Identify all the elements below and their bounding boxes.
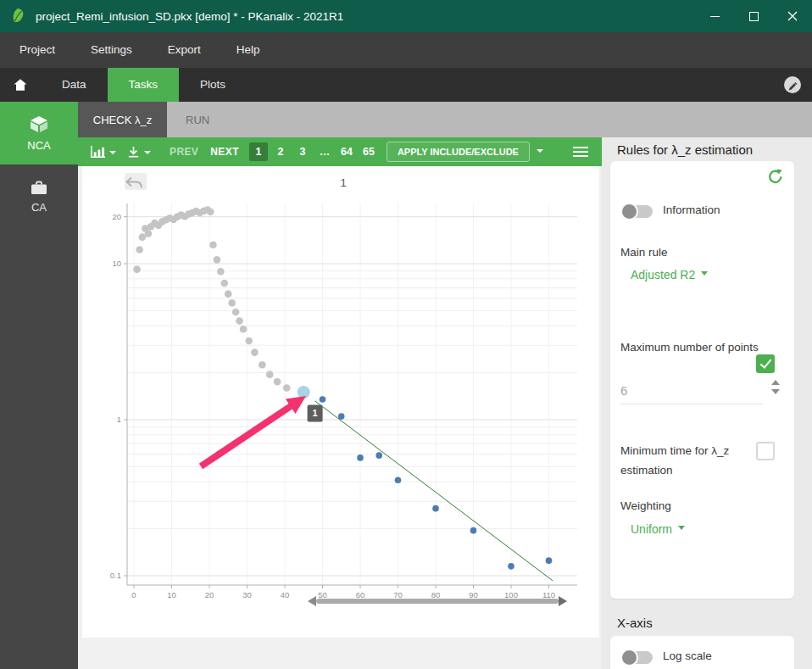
data-point[interactable] (266, 371, 274, 378)
lambda-z-plot[interactable]: 0102030405060708090100110201010.111 (82, 166, 599, 638)
sidebar-item-ca[interactable]: CA (0, 164, 78, 227)
data-point[interactable] (133, 265, 141, 273)
page-list: 123…6465 (249, 142, 378, 161)
subtab-check-lambda-z[interactable]: CHECK λ_z (78, 102, 167, 137)
app-window: project_Remi_infusion_SD.pkx [demo] * - … (0, 0, 812, 669)
feedback-pen-icon[interactable] (783, 75, 802, 94)
home-icon (12, 76, 29, 93)
export-dropdown[interactable] (126, 145, 151, 159)
max-points-stepper[interactable] (771, 380, 780, 394)
maximize-button[interactable] (734, 0, 773, 32)
max-points-input[interactable]: 6 (620, 383, 627, 398)
data-point[interactable] (145, 230, 153, 237)
data-point[interactable] (207, 209, 214, 216)
data-point[interactable] (338, 413, 345, 420)
data-point[interactable] (251, 348, 259, 356)
home-button[interactable] (0, 68, 41, 102)
weighting-label: Weighting (620, 499, 671, 512)
axes: 0102030405060708090100110201010.1 (110, 203, 577, 599)
tab-plots[interactable]: Plots (179, 68, 247, 102)
menu-project[interactable]: Project (2, 32, 73, 68)
chevron-down-icon (109, 151, 116, 158)
plot-menu-button[interactable] (573, 144, 588, 159)
close-button[interactable] (773, 0, 812, 32)
undo-zoom-button[interactable] (125, 173, 147, 190)
settings-panel: Rules for λ_z estimation Information Mai… (602, 137, 812, 669)
menu-export[interactable]: Export (150, 32, 219, 68)
sidebar-item-nca[interactable]: NCA (0, 102, 78, 164)
max-points-label: Maximum number of points (620, 341, 759, 354)
log-scale-toggle[interactable] (622, 651, 653, 664)
sidebar-item-label: NCA (27, 139, 50, 152)
chart-title: 1 (340, 176, 346, 189)
data-point[interactable] (470, 527, 477, 534)
tab-tasks[interactable]: Tasks (108, 68, 180, 102)
data-point[interactable] (236, 317, 243, 325)
reset-icon[interactable] (767, 168, 784, 185)
data-point[interactable] (357, 454, 364, 461)
data-point[interactable] (136, 246, 143, 254)
lambda-z-regression-line (315, 401, 553, 581)
weighting-select[interactable]: Uniform (631, 522, 685, 536)
log-scale-label: Log scale (663, 649, 712, 662)
data-point[interactable] (375, 452, 382, 459)
data-point[interactable] (217, 268, 225, 276)
apply-include-exclude-button[interactable]: APPLY INCLUDE/EXCLUDE (387, 142, 530, 162)
data-point[interactable] (232, 309, 240, 316)
data-point[interactable] (395, 477, 402, 483)
case-icon (29, 178, 49, 197)
point-tooltip: 1 (308, 404, 323, 421)
information-toggle[interactable] (622, 205, 653, 218)
title-bar: project_Remi_infusion_SD.pkx [demo] * - … (0, 0, 812, 32)
svg-text:60: 60 (356, 590, 365, 599)
svg-text:90: 90 (469, 590, 478, 599)
page-number-button[interactable]: 3 (293, 142, 312, 161)
data-point[interactable] (546, 557, 553, 564)
window-controls (695, 0, 812, 32)
chevron-down-icon (144, 151, 151, 158)
data-point[interactable] (240, 326, 247, 333)
page-number-button[interactable]: 65 (359, 142, 378, 161)
download-icon (126, 145, 141, 159)
data-point[interactable] (221, 280, 229, 287)
data-point[interactable] (225, 290, 232, 298)
data-point[interactable] (259, 361, 266, 369)
sidebar: NCA CA (0, 102, 78, 669)
data-point[interactable] (320, 396, 326, 403)
svg-text:1: 1 (117, 415, 121, 424)
stepper-down-icon[interactable] (771, 389, 780, 394)
data-point[interactable] (283, 384, 291, 392)
svg-text:40: 40 (281, 590, 290, 599)
data-point[interactable] (209, 242, 217, 249)
rules-panel-title: Rules for λ_z estimation (617, 142, 753, 157)
toggle-knob (620, 203, 638, 220)
minimize-button[interactable] (695, 0, 734, 32)
plot-type-dropdown[interactable] (90, 145, 116, 159)
prev-page-button[interactable]: PREV (170, 146, 198, 158)
next-page-button[interactable]: NEXT (210, 146, 239, 158)
data-point[interactable] (228, 299, 236, 307)
apply-options-chevron-icon[interactable] (537, 149, 543, 156)
data-point[interactable] (274, 378, 281, 386)
subtab-run[interactable]: RUN (167, 102, 228, 137)
tab-data[interactable]: Data (41, 68, 108, 102)
svg-text:50: 50 (318, 590, 327, 599)
page-number-button[interactable]: 1 (249, 142, 268, 161)
data-point[interactable] (432, 505, 439, 512)
min-time-checkbox[interactable] (756, 442, 775, 460)
svg-text:10: 10 (167, 590, 176, 599)
svg-text:10: 10 (112, 259, 121, 268)
stepper-up-icon[interactable] (771, 380, 780, 385)
nav-bar: Data Tasks Plots (0, 68, 812, 102)
menu-help[interactable]: Help (219, 32, 278, 68)
page-number-button[interactable]: 64 (337, 142, 356, 161)
min-time-label: Minimum time for λ_z estimation (620, 441, 749, 480)
page-number-button[interactable]: 2 (271, 142, 290, 161)
data-point[interactable] (214, 256, 221, 264)
main-rule-select[interactable]: Adjusted R2 (631, 268, 708, 282)
data-point[interactable] (245, 337, 253, 345)
svg-text:70: 70 (393, 590, 403, 599)
menu-settings[interactable]: Settings (73, 32, 150, 68)
data-point[interactable] (508, 563, 514, 570)
max-points-checkbox[interactable] (756, 354, 775, 373)
